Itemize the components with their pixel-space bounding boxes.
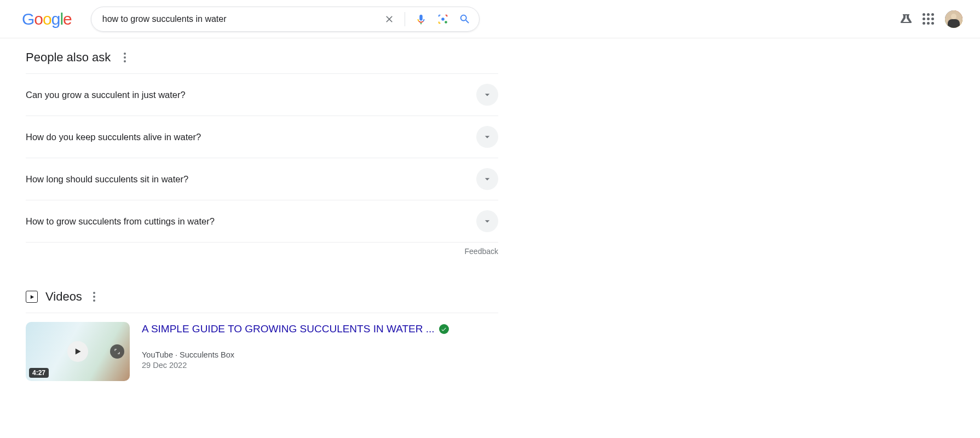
paa-item[interactable]: Can you grow a succulent in just water? — [26, 74, 498, 116]
video-thumbnail[interactable]: 4:27 — [26, 322, 130, 381]
paa-question: How long should succulents sit in water? — [26, 174, 188, 185]
expand-icon[interactable] — [110, 344, 124, 359]
paa-item[interactable]: How do you keep succulents alive in wate… — [26, 116, 498, 158]
account-avatar[interactable] — [944, 9, 964, 29]
chevron-down-icon[interactable] — [476, 210, 498, 232]
header: Google — [0, 0, 980, 38]
verified-badge-icon — [439, 324, 449, 334]
play-icon — [67, 341, 88, 362]
search-icon[interactable] — [459, 13, 471, 25]
people-also-ask-section: People also ask Can you grow a succulent… — [26, 49, 498, 256]
search-box — [91, 7, 480, 32]
google-logo[interactable]: Google — [22, 10, 72, 28]
videos-section: Videos 4:27 A SIMPLE GUIDE TO GROWING SU… — [26, 289, 498, 381]
paa-question: Can you grow a succulent in just water? — [26, 90, 186, 100]
search-results: People also ask Can you grow a succulent… — [0, 38, 498, 403]
paa-item[interactable]: How long should succulents sit in water? — [26, 158, 498, 200]
chevron-down-icon[interactable] — [476, 84, 498, 106]
video-title-link[interactable]: A SIMPLE GUIDE TO GROWING SUCCULENTS IN … — [142, 323, 435, 335]
paa-heading: People also ask — [26, 50, 111, 65]
paa-question: How do you keep succulents alive in wate… — [26, 132, 201, 142]
svg-point-0 — [445, 21, 447, 24]
clear-icon[interactable] — [384, 14, 395, 25]
lens-search-icon[interactable] — [437, 13, 449, 25]
svg-point-1 — [441, 18, 445, 21]
video-source: YouTube · Succulents Box — [142, 350, 498, 359]
feedback-link[interactable]: Feedback — [26, 247, 498, 256]
labs-icon[interactable] — [900, 13, 913, 26]
chevron-down-icon[interactable] — [476, 126, 498, 148]
videos-heading: Videos — [45, 290, 82, 304]
search-input[interactable] — [102, 14, 384, 24]
apps-icon[interactable] — [923, 13, 934, 25]
paa-item[interactable]: How to grow succulents from cuttings in … — [26, 200, 498, 243]
voice-search-icon[interactable] — [415, 13, 427, 25]
video-date: 29 Dec 2022 — [142, 361, 498, 370]
divider — [405, 12, 405, 26]
play-box-icon — [26, 291, 38, 303]
video-result: 4:27 A SIMPLE GUIDE TO GROWING SUCCULENT… — [26, 313, 498, 381]
more-options-icon[interactable] — [90, 289, 99, 305]
paa-question: How to grow succulents from cuttings in … — [26, 216, 215, 227]
chevron-down-icon[interactable] — [476, 168, 498, 190]
video-duration: 4:27 — [29, 368, 49, 378]
more-options-icon[interactable] — [120, 49, 129, 66]
